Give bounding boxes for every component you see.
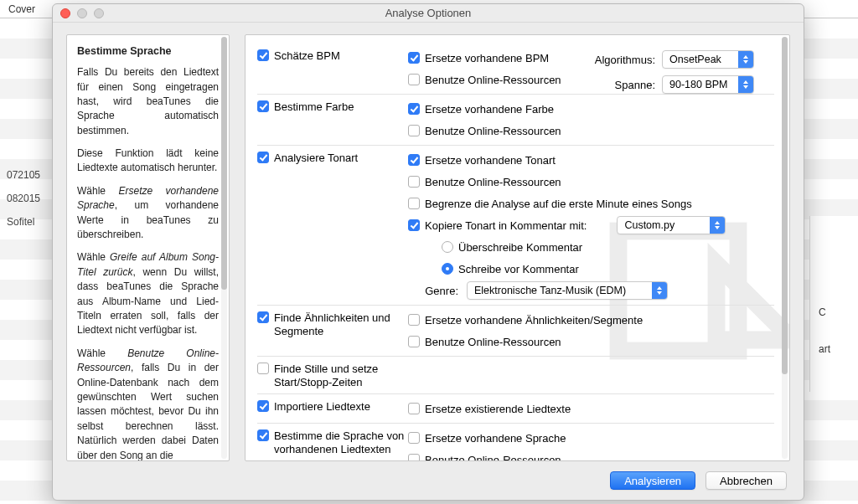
bpm-online-checkbox[interactable] bbox=[408, 74, 420, 85]
key-genre-label: Genre: bbox=[408, 285, 458, 297]
chevron-updown-icon bbox=[655, 285, 664, 296]
lyrics-replace-checkbox[interactable] bbox=[408, 403, 420, 414]
lang-online-checkbox[interactable] bbox=[408, 454, 420, 460]
sim-replace-checkbox[interactable] bbox=[408, 314, 420, 326]
key-enable-checkbox[interactable] bbox=[257, 152, 269, 163]
main-scroll-thumb[interactable] bbox=[782, 37, 788, 374]
key-copy-checkbox[interactable] bbox=[408, 219, 420, 231]
zoom-icon bbox=[94, 8, 104, 18]
section-lyrics: Importiere Liedtexte Ersetze existierend… bbox=[257, 394, 774, 424]
key-replace-checkbox[interactable] bbox=[408, 154, 420, 166]
key-online-checkbox[interactable] bbox=[408, 176, 420, 188]
sim-label: Finde Ähnlichkeiten und Segmente bbox=[274, 311, 408, 337]
help-p2: Diese Funktion lädt keine Liedtexte auto… bbox=[77, 147, 219, 176]
bg-left-values: 072105 082015 Sofitel bbox=[7, 163, 40, 234]
bpm-online-label: Benutze Online-Ressourcen bbox=[425, 74, 561, 86]
key-renderer-select[interactable]: Custom.py bbox=[617, 216, 726, 234]
color-enable-checkbox[interactable] bbox=[257, 100, 269, 112]
main-scrollbar[interactable] bbox=[782, 37, 788, 459]
minimize-icon bbox=[77, 8, 87, 18]
bpm-algo-label: Algorithmus: bbox=[595, 54, 655, 66]
key-limit-checkbox[interactable] bbox=[408, 198, 420, 209]
silence-enable-checkbox[interactable] bbox=[257, 363, 269, 374]
section-similarity: Finde Ähnlichkeiten und Segmente Ersetze… bbox=[257, 306, 774, 357]
help-title: Bestimme Sprache bbox=[77, 44, 219, 59]
color-replace-checkbox[interactable] bbox=[408, 103, 420, 115]
lang-enable-checkbox[interactable] bbox=[257, 429, 269, 441]
section-silence: Finde Stille und setze Start/Stopp-Zeite… bbox=[257, 357, 774, 394]
chevron-updown-icon bbox=[742, 54, 750, 65]
analyse-options-dialog: Analyse Optionen Bestimme Sprache Falls … bbox=[52, 3, 804, 501]
lyrics-label: Importiere Liedtexte bbox=[274, 400, 370, 414]
section-key: Analysiere Tonart Ersetze vorhandene Ton… bbox=[257, 146, 774, 306]
help-sidebar: Bestimme Sprache Falls Du bereits den Li… bbox=[66, 34, 230, 461]
bpm-enable-checkbox[interactable] bbox=[257, 49, 269, 61]
sim-online-checkbox[interactable] bbox=[408, 336, 420, 347]
lang-replace-checkbox[interactable] bbox=[408, 432, 420, 444]
bpm-range-select[interactable]: 90-180 BPM bbox=[662, 75, 754, 94]
lang-label: Bestimme die Sprache von vorhandenen Lie… bbox=[274, 429, 408, 455]
help-p1: Falls Du bereits den Liedtext für einen … bbox=[77, 65, 219, 138]
sidebar-scrollbar[interactable] bbox=[221, 37, 227, 459]
cancel-button[interactable]: Abbrechen bbox=[706, 471, 787, 490]
sidebar-scroll-thumb[interactable] bbox=[221, 37, 227, 290]
dialog-footer: Analysieren Abbrechen bbox=[53, 466, 804, 500]
chevron-updown-icon bbox=[742, 79, 750, 90]
color-online-checkbox[interactable] bbox=[408, 125, 420, 136]
chevron-updown-icon bbox=[713, 219, 721, 231]
analyze-button[interactable]: Analysieren bbox=[610, 471, 695, 490]
window-title: Analyse Optionen bbox=[53, 7, 804, 19]
bpm-replace-checkbox[interactable] bbox=[408, 52, 420, 64]
bpm-replace-label: Ersetze vorhandene BPM bbox=[425, 52, 549, 64]
section-color: Bestimme Farbe Ersetze vorhandene Farbe … bbox=[257, 95, 774, 146]
help-p3: Wähle Ersetze vorhandene Sprache, um vor… bbox=[77, 184, 219, 243]
bpm-algo-select[interactable]: OnsetPeak bbox=[662, 50, 754, 69]
color-label: Bestimme Farbe bbox=[274, 100, 354, 114]
bpm-label: Schätze BPM bbox=[274, 49, 340, 63]
titlebar: Analyse Optionen bbox=[53, 4, 804, 23]
silence-label: Finde Stille und setze Start/Stopp-Zeite… bbox=[274, 363, 408, 388]
lyrics-enable-checkbox[interactable] bbox=[257, 400, 269, 412]
key-prepend-radio[interactable] bbox=[442, 263, 453, 275]
help-p5: Wähle Benutze Online-Ressourcen, falls D… bbox=[77, 347, 219, 461]
key-overwrite-radio[interactable] bbox=[442, 241, 453, 253]
section-language: Bestimme die Sprache von vorhandenen Lie… bbox=[257, 424, 774, 460]
sim-enable-checkbox[interactable] bbox=[257, 311, 269, 323]
window-controls bbox=[53, 8, 104, 18]
bg-right-col: C art bbox=[809, 216, 858, 392]
key-label: Analysiere Tonart bbox=[274, 152, 358, 165]
section-bpm: Schätze BPM Ersetze vorhandene BPM Benut… bbox=[257, 44, 774, 95]
bpm-range-label: Spanne: bbox=[615, 79, 655, 91]
help-p4: Wähle Greife auf Album Song-Titel zurück… bbox=[77, 250, 219, 337]
key-genre-select[interactable]: Elektronische Tanz-Musik (EDM) bbox=[467, 281, 668, 300]
close-icon[interactable] bbox=[60, 8, 70, 18]
options-panel: Schätze BPM Ersetze vorhandene BPM Benut… bbox=[245, 34, 790, 461]
